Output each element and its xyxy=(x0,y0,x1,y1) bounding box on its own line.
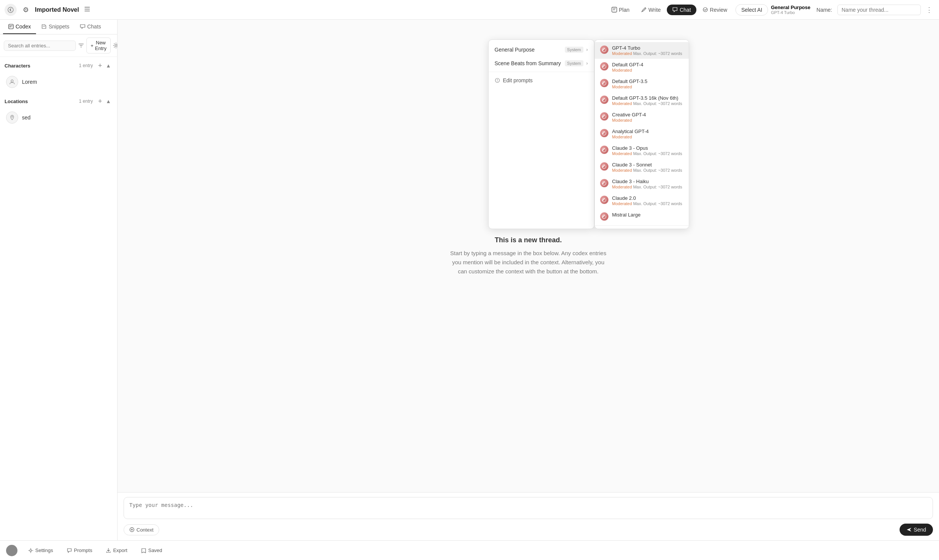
main-layout: Codex Snippets Chats + New Entry xyxy=(0,20,939,540)
ai-model-mistral[interactable]: Mistral Large xyxy=(595,209,689,224)
context-button[interactable]: Context xyxy=(124,524,159,535)
edit-prompt-button[interactable]: Edit Prompt xyxy=(595,227,689,229)
sidebar-tab-codex[interactable]: Codex xyxy=(3,20,36,34)
ai-icon-3 xyxy=(600,79,608,87)
ai-model-gpt4-turbo[interactable]: GPT-4 Turbo Moderated Max. Output: ~3072… xyxy=(595,42,689,59)
tab-chat[interactable]: Chat xyxy=(667,5,696,15)
ai-icon-7 xyxy=(600,146,608,154)
tab-review[interactable]: Review xyxy=(697,5,733,15)
nav-tabs: Plan Write Chat Review xyxy=(606,5,733,15)
prompts-button[interactable]: Prompts xyxy=(64,546,95,555)
ai-model-gpt35-16k[interactable]: Default GPT-3.5 16k (Nov 6th) Moderated … xyxy=(595,92,689,109)
ai-model-claude2[interactable]: Claude 2.0 Moderated Max. Output: ~3072 … xyxy=(595,192,689,209)
tab-plan[interactable]: Plan xyxy=(606,5,635,15)
svg-rect-3 xyxy=(85,11,90,11)
svg-point-13 xyxy=(11,80,13,82)
ai-model-creative-gpt4[interactable]: Creative GPT-4 Moderated xyxy=(595,109,689,125)
sidebar-tab-chats[interactable]: Chats xyxy=(75,20,107,34)
ai-icon-10 xyxy=(600,196,608,204)
character-avatar xyxy=(6,76,18,88)
svg-rect-1 xyxy=(85,7,90,8)
locations-header[interactable]: Locations 1 entry + ▲ xyxy=(0,94,117,108)
select-ai-button[interactable]: Select AI xyxy=(735,4,768,16)
ai-model-list: GPT-4 Turbo Moderated Max. Output: ~3072… xyxy=(594,39,689,229)
ai-model-info-5: Creative GPT-4 Moderated xyxy=(612,112,646,122)
ai-model-default-gpt4[interactable]: Default GPT-4 Moderated xyxy=(595,59,689,75)
ai-model-info: GPT-4 Turbo Moderated Max. Output: ~3072… xyxy=(612,45,682,56)
svg-point-21 xyxy=(30,549,32,551)
chat-actions: Context Send xyxy=(124,524,933,536)
characters-section: Characters 1 entry + ▲ Lorem xyxy=(0,57,117,93)
collapse-sidebar-button[interactable] xyxy=(82,5,92,15)
ai-icon-9 xyxy=(600,179,608,187)
svg-point-12 xyxy=(115,45,117,47)
svg-point-0 xyxy=(8,7,13,13)
ai-model-claude3-sonnet[interactable]: Claude 3 - Sonnet Moderated Max. Output:… xyxy=(595,159,689,176)
settings-gear-icon[interactable]: ⚙ xyxy=(20,4,32,16)
sidebar: Codex Snippets Chats + New Entry xyxy=(0,20,118,540)
user-avatar xyxy=(6,545,17,556)
search-input[interactable] xyxy=(4,41,76,51)
chat-area: General Purpose System › Scene Beats fro… xyxy=(118,20,939,540)
prompt-menu: General Purpose System › Scene Beats fro… xyxy=(488,39,594,229)
chevron-right-icon-2: › xyxy=(586,61,588,66)
name-label: Name: xyxy=(817,7,832,13)
ai-model-analytical-gpt4[interactable]: Analytical GPT-4 Moderated xyxy=(595,125,689,142)
collapse-characters-button[interactable]: ▲ xyxy=(104,61,113,70)
sidebar-tabs: Codex Snippets Chats xyxy=(0,20,117,35)
ai-icon xyxy=(600,45,608,54)
ai-icon-8 xyxy=(600,162,608,171)
ai-model-info-8: Claude 3 - Sonnet Moderated Max. Output:… xyxy=(612,162,682,173)
sidebar-tab-snippets[interactable]: Snippets xyxy=(36,20,74,34)
system-badge: System xyxy=(565,47,583,53)
project-title: Imported Novel xyxy=(35,6,79,13)
locations-section: Locations 1 entry + ▲ sed xyxy=(0,93,117,128)
ai-icon-11 xyxy=(600,212,608,221)
character-entry-lorem[interactable]: Lorem xyxy=(0,73,117,91)
svg-rect-2 xyxy=(85,9,90,9)
ai-model-info-2: Default GPT-4 Moderated xyxy=(612,62,643,72)
ai-model-info-11: Mistral Large xyxy=(612,212,641,218)
system-badge-2: System xyxy=(565,60,583,66)
chat-input-area: Context Send xyxy=(118,492,939,540)
filter-button[interactable] xyxy=(78,40,84,51)
characters-header[interactable]: Characters 1 entry + ▲ xyxy=(0,58,117,73)
back-button[interactable] xyxy=(5,4,17,16)
add-character-button[interactable]: + xyxy=(96,61,104,70)
ai-model-claude3-opus[interactable]: Claude 3 - Opus Moderated Max. Output: ~… xyxy=(595,142,689,159)
ai-model-info-6: Analytical GPT-4 Moderated xyxy=(612,129,649,139)
ai-info: General Purpose GPT-4 Turbo xyxy=(771,5,810,15)
send-button[interactable]: Send xyxy=(900,524,933,536)
saved-button[interactable]: Saved xyxy=(138,546,165,555)
model-list-divider xyxy=(595,225,689,226)
chat-message-input[interactable] xyxy=(124,497,933,519)
thread-name-input[interactable] xyxy=(837,5,921,15)
export-button[interactable]: Export xyxy=(103,546,130,555)
sidebar-toolbar: + New Entry xyxy=(0,35,117,57)
prompt-menu-item-general[interactable]: General Purpose System › xyxy=(489,43,594,56)
edit-prompts-button[interactable]: Edit prompts xyxy=(489,74,594,87)
location-entry-sed[interactable]: sed xyxy=(0,108,117,127)
svg-point-7 xyxy=(703,8,707,12)
location-avatar xyxy=(6,111,18,124)
settings-button[interactable]: Settings xyxy=(25,546,56,555)
ai-model-info-3: Default GPT-3.5 Moderated xyxy=(612,78,647,89)
new-entry-button[interactable]: + New Entry xyxy=(86,38,111,53)
ai-model-info-9: Claude 3 - Haiku Moderated Max. Output: … xyxy=(612,179,682,189)
chevron-right-icon: › xyxy=(586,47,588,52)
collapse-locations-button[interactable]: ▲ xyxy=(104,97,113,105)
menu-divider xyxy=(489,72,594,72)
dropdown-container: General Purpose System › Scene Beats fro… xyxy=(488,39,689,229)
tab-write[interactable]: Write xyxy=(636,5,666,15)
svg-point-14 xyxy=(12,116,13,118)
bottom-bar: Settings Prompts Export Saved xyxy=(0,540,939,560)
ai-model-default-gpt35[interactable]: Default GPT-3.5 Moderated xyxy=(595,75,689,92)
ai-icon-2 xyxy=(600,62,608,71)
ai-model-info-7: Claude 3 - Opus Moderated Max. Output: ~… xyxy=(612,145,682,156)
add-location-button[interactable]: + xyxy=(96,97,104,105)
more-options-button[interactable]: ⋮ xyxy=(924,5,934,15)
ai-model-claude3-haiku[interactable]: Claude 3 - Haiku Moderated Max. Output: … xyxy=(595,176,689,192)
ai-icon-6 xyxy=(600,129,608,137)
ai-icon-5 xyxy=(600,112,608,121)
prompt-menu-item-scene-beats[interactable]: Scene Beats from Summary System › xyxy=(489,56,594,70)
